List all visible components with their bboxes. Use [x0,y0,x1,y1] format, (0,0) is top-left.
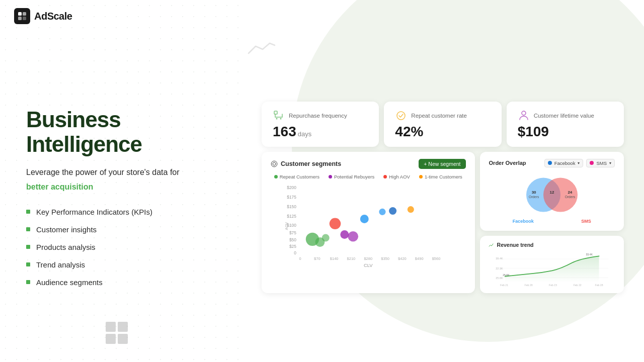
repeat-icon [395,110,407,122]
legend-dot-1time [419,175,423,178]
overlap-header: Order Overlap Facebook ▾ SMS ▾ [489,159,615,167]
header: AdScale [0,0,644,32]
segments-card: Customer segments + New segment Repeat C… [262,152,475,293]
svg-point-6 [280,118,282,119]
svg-point-34 [348,231,358,241]
svg-point-35 [330,218,341,229]
feature-kpi-label: Key Performance Indicators (KPIs) [36,208,152,216]
feature-customer-insights: Customer insights [26,225,225,234]
kpi-repeat-label: Repeat customer rate [411,113,467,119]
kpi-row: Repurchase frequency 163days Repeat cust… [262,102,624,147]
subtitle: Leverage the power of your store's data … [26,166,225,178]
new-segment-button[interactable]: + New segment [419,159,465,169]
bullet-customer-insights [26,227,30,231]
svg-text:$150: $150 [287,204,296,209]
feature-list: Key Performance Indicators (KPIs) Custom… [26,208,225,287]
svg-rect-0 [18,12,22,16]
svg-point-32 [322,234,330,241]
revenue-svg: 25.6K 22.3K 39.4K [488,252,616,287]
svg-text:Feb 28: Feb 28 [595,284,603,287]
overlap-card: Order Overlap Facebook ▾ SMS ▾ [480,152,624,231]
revenue-header: Revenue trend [488,242,616,248]
svg-text:Orders: Orders [565,195,576,199]
grid-cell-1 [106,322,116,332]
feature-customer-insights-label: Customer insights [36,225,97,234]
feature-audience-label: Audience segments [36,278,103,287]
svg-text:Feb 28: Feb 28 [524,284,532,287]
left-panel: Business Intelligence Leverage the power… [0,108,252,287]
cart-icon [273,110,285,122]
feature-products: Products analysis [26,243,225,251]
segments-title: Customer segments [271,160,341,167]
venn-sms-label: SMS [581,219,591,224]
venn-svg: 30 Orders 12 24 Orders [512,173,592,216]
svg-text:Orders: Orders [529,195,539,199]
grid-icon-container [106,322,128,344]
kpi-lifetime-label: Customer lifetime value [534,113,594,119]
scatter-legend: Repeat Customers Potential Rebuyers High… [271,174,466,179]
legend-dot-high-aov [383,175,387,178]
kpi-repeat-value: 42% [395,125,490,139]
svg-text:39.4K: 39.4K [496,256,503,259]
svg-rect-1 [23,12,26,16]
svg-text:12: 12 [549,190,554,195]
grid-icon [106,322,128,344]
bullet-audience [26,280,30,284]
grid-cell-4 [118,334,128,344]
svg-point-38 [389,207,396,214]
feature-kpi: Key Performance Indicators (KPIs) [26,208,225,216]
svg-text:$210: $210 [347,256,356,261]
svg-text:Feb 21: Feb 21 [500,284,508,287]
revenue-title: Revenue trend [497,242,534,248]
svg-text:0: 0 [294,250,296,255]
svg-text:0: 0 [299,256,301,261]
segments-header: Customer segments + New segment [271,159,466,169]
sms-select[interactable]: SMS ▾ [586,159,615,167]
logo-text: AdScale [34,11,72,22]
svg-text:$75: $75 [289,230,296,235]
svg-text:$175: $175 [287,195,296,200]
svg-text:33.4K: 33.4K [586,253,593,256]
revenue-card: Revenue trend 25.6K 22.3K 39.4K [480,236,624,293]
svg-text:Feb 22: Feb 22 [573,284,581,287]
overlap-title: Order Overlap [489,160,526,166]
svg-text:$125: $125 [287,213,296,218]
legend-rebuyers: Potential Rebuyers [329,174,374,179]
svg-text:$490: $490 [415,256,424,261]
svg-rect-2 [18,17,22,20]
svg-text:Feb 15: Feb 15 [549,284,557,287]
subtitle-green: better acquisition [26,183,225,192]
bottom-row: Customer segments + New segment Repeat C… [262,152,624,293]
scatter-svg: $200 $175 $150 $125 $100 $75 $50 $25 0 A… [276,184,461,261]
svg-text:22.3K: 22.3K [496,267,503,270]
svg-text:$280: $280 [364,256,372,261]
svg-point-7 [397,112,405,120]
clv-label: CLV [271,262,466,268]
kpi-lifetime-value: $109 [518,125,613,139]
svg-text:$560: $560 [432,256,441,261]
main-content: Business Intelligence Leverage the power… [0,32,644,362]
bullet-products [26,245,30,249]
page-title: Business Intelligence [26,108,225,156]
revenue-icon [488,242,494,248]
svg-point-37 [379,208,385,215]
venn-labels: Facebook SMS [489,219,615,224]
kpi-repeat: Repeat customer rate 42% [384,102,501,147]
right-cards: Order Overlap Facebook ▾ SMS ▾ [480,152,624,293]
feature-trend-label: Trend analysis [36,260,85,269]
venn-container: 30 Orders 12 24 Orders [489,172,615,218]
svg-text:24: 24 [568,190,572,195]
venn-facebook-label: Facebook [513,219,534,224]
bullet-trend [26,262,30,266]
feature-trend: Trend analysis [26,260,225,269]
svg-point-36 [360,215,369,223]
overlap-controls: Facebook ▾ SMS ▾ [544,159,615,167]
right-panel: Repurchase frequency 163days Repeat cust… [252,92,644,303]
svg-text:$140: $140 [330,256,339,261]
legend-1time: 1-time Customers [419,174,462,179]
legend-repeat: Repeat Customers [274,174,319,179]
logo: AdScale [14,8,72,24]
svg-point-39 [408,206,414,213]
facebook-select[interactable]: Facebook ▾ [544,159,584,167]
svg-text:$25: $25 [289,243,296,248]
